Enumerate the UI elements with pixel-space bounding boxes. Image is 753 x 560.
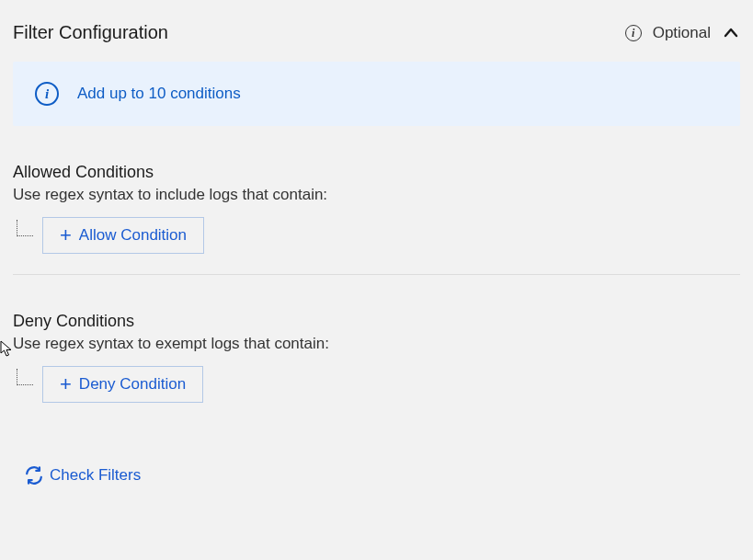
info-icon: i <box>35 82 59 106</box>
deny-conditions-section: Deny Conditions Use regex syntax to exem… <box>13 312 740 403</box>
deny-button-row: + Deny Condition <box>13 366 740 403</box>
check-filters-link[interactable]: Check Filters <box>20 460 144 491</box>
cursor-icon <box>0 340 13 357</box>
info-banner-text: Add up to 10 conditions <box>77 85 241 103</box>
deny-condition-label: Deny Condition <box>79 375 186 394</box>
deny-condition-button[interactable]: + Deny Condition <box>42 366 203 403</box>
chevron-up-icon[interactable] <box>722 24 740 42</box>
info-banner: i Add up to 10 conditions <box>13 62 740 126</box>
check-filters-label: Check Filters <box>50 466 141 485</box>
allow-condition-label: Allow Condition <box>79 226 187 245</box>
plus-icon: + <box>60 225 72 246</box>
section-divider <box>13 274 740 275</box>
allowed-heading: Allowed Conditions <box>13 163 740 182</box>
panel-header: Filter Configuration i Optional <box>13 13 740 62</box>
allowed-subtext: Use regex syntax to include logs that co… <box>13 186 740 204</box>
optional-label: Optional <box>653 24 711 42</box>
plus-icon: + <box>60 374 72 394</box>
tree-connector-icon <box>17 369 33 385</box>
allow-condition-button[interactable]: + Allow Condition <box>42 217 204 254</box>
header-right: i Optional <box>625 24 740 42</box>
refresh-icon <box>24 465 44 486</box>
deny-subtext: Use regex syntax to exempt logs that con… <box>13 335 740 353</box>
page-title: Filter Configuration <box>13 22 168 43</box>
info-icon[interactable]: i <box>625 25 642 41</box>
allowed-conditions-section: Allowed Conditions Use regex syntax to i… <box>13 163 740 254</box>
deny-heading: Deny Conditions <box>13 312 740 331</box>
allowed-button-row: + Allow Condition <box>13 217 740 254</box>
tree-connector-icon <box>17 220 33 236</box>
